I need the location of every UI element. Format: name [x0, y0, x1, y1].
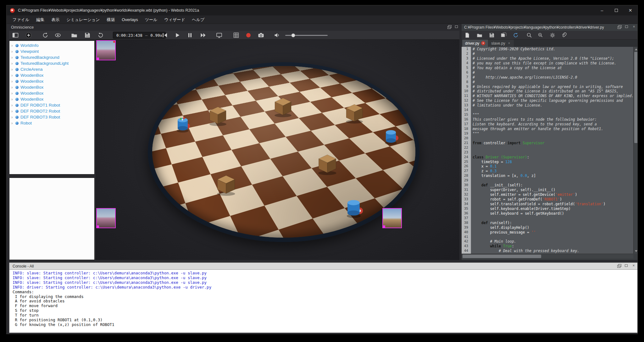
horizontal-scroll-thumb[interactable]: [463, 255, 541, 258]
tab-close-icon[interactable]: ×: [507, 41, 511, 45]
chevron-right-icon[interactable]: ›: [11, 61, 15, 66]
overlay-resize-handle[interactable]: [382, 225, 385, 228]
minimize-button[interactable]: –: [595, 5, 609, 15]
rewind-button[interactable]: [161, 31, 169, 39]
robot-1[interactable]: [175, 114, 191, 133]
new-file-button[interactable]: [464, 32, 471, 39]
restore-viewpoint-button[interactable]: [54, 31, 62, 39]
camera-overlay[interactable]: [382, 208, 402, 228]
float-panel-icon[interactable]: [447, 25, 452, 29]
scene-tree-item[interactable]: ›WoodenBox: [9, 90, 94, 96]
hide-scene-tree-button[interactable]: [12, 31, 19, 39]
close-panel-icon[interactable]: ×: [631, 264, 636, 268]
scene-tree-item[interactable]: ›WoodenBox: [9, 84, 94, 90]
volume-slider-thumb[interactable]: [291, 33, 295, 37]
play-button[interactable]: [174, 31, 181, 39]
menu-item[interactable]: 表示: [48, 15, 63, 24]
float-panel-icon[interactable]: [617, 264, 621, 268]
console-splitter[interactable]: · · ·: [9, 260, 638, 262]
open-file-button[interactable]: [476, 32, 483, 39]
vertical-scroll-thumb[interactable]: [634, 52, 638, 143]
console-output[interactable]: INFO: slave: Starting controller: c:\Use…: [9, 269, 638, 333]
close-button[interactable]: ✕: [623, 5, 637, 15]
scene-tree-item[interactable]: ›WoodenBox: [9, 72, 94, 78]
scene-tree-item[interactable]: ›DEF ROBOT2 Robot: [9, 108, 94, 114]
menu-item[interactable]: ファイル: [9, 15, 33, 24]
scene-tree-item[interactable]: ›Viewpoint: [9, 48, 94, 54]
robot-3[interactable]: [344, 197, 364, 218]
chevron-right-icon[interactable]: ›: [11, 67, 15, 72]
save-file-button[interactable]: [488, 32, 495, 39]
menu-item[interactable]: 構築: [103, 15, 118, 24]
chevron-right-icon[interactable]: ›: [11, 109, 15, 113]
menu-item[interactable]: Overlays: [118, 15, 141, 24]
screenshot-button[interactable]: [257, 31, 265, 39]
left-panel-splitter[interactable]: · · ·: [9, 174, 95, 178]
grid-button[interactable]: [232, 31, 240, 39]
chevron-right-icon[interactable]: ›: [11, 43, 15, 48]
scene-tree-item[interactable]: ›DEF ROBOT1 Robot: [9, 102, 94, 108]
editor-vertical-scrollbar[interactable]: [633, 47, 638, 254]
menu-item[interactable]: ツール: [142, 15, 161, 24]
chevron-right-icon[interactable]: ›: [11, 85, 15, 90]
camera-overlay[interactable]: [96, 40, 116, 60]
scene-tree-item[interactable]: ›Robot: [9, 120, 94, 126]
scene-tree-item[interactable]: ›DEF ROBOT3 Robot: [9, 114, 94, 120]
wooden-box[interactable]: [208, 106, 227, 126]
scene-tree-item[interactable]: ›CircleArena: [9, 66, 94, 72]
chevron-right-icon[interactable]: ›: [11, 97, 15, 102]
chevron-right-icon[interactable]: ›: [11, 79, 15, 84]
add-node-button[interactable]: [25, 31, 32, 39]
float-panel-icon[interactable]: [617, 25, 622, 29]
scene-tree[interactable]: ›WorldInfo›Viewpoint›TexturedBackground›…: [9, 41, 95, 174]
editor-horizontal-scrollbar[interactable]: [462, 254, 633, 258]
scroll-down-icon[interactable]: [635, 250, 637, 252]
chevron-right-icon[interactable]: ›: [11, 55, 15, 60]
scene-tree-item[interactable]: ›WoodenBox: [9, 78, 94, 84]
scene-tree-item[interactable]: ›WorldInfo: [9, 42, 94, 48]
overlay-resize-handle[interactable]: [96, 58, 99, 60]
code-editor[interactable]: 1# Copyright 1996-2020 Cyberbotics Ltd.2…: [462, 47, 633, 254]
chevron-right-icon[interactable]: ›: [11, 121, 15, 125]
camera-overlay[interactable]: [96, 208, 116, 228]
editor-tab[interactable]: slave.py×: [488, 40, 514, 47]
maximize-panel-icon[interactable]: [625, 25, 629, 29]
close-panel-icon[interactable]: ×: [632, 25, 636, 29]
maximize-panel-icon[interactable]: [624, 264, 629, 268]
scene-tree-item[interactable]: ›TexturedBackgroundLight: [9, 60, 94, 66]
chevron-right-icon[interactable]: ›: [11, 103, 15, 108]
wooden-box[interactable]: [345, 103, 364, 124]
chevron-right-icon[interactable]: ›: [11, 73, 15, 78]
maximize-button[interactable]: [609, 5, 623, 15]
overlay-close-icon[interactable]: [113, 41, 115, 43]
attach-file-button[interactable]: [560, 32, 567, 39]
movie-record-button[interactable]: [245, 31, 252, 39]
save-world-button[interactable]: [84, 31, 91, 39]
menu-item[interactable]: ウィザード: [161, 15, 188, 24]
pause-button[interactable]: [186, 31, 194, 39]
tab-close-icon[interactable]: ×: [481, 41, 485, 45]
chevron-right-icon[interactable]: ›: [11, 91, 15, 96]
open-world-button[interactable]: [70, 31, 78, 39]
titlebar[interactable]: C:¥Program Files¥Webots¥projects¥languag…: [7, 5, 637, 15]
scene-tree-item[interactable]: ›TexturedBackground: [9, 54, 94, 60]
scene-tree-item[interactable]: ›WoodenBox: [9, 96, 94, 102]
editor-tab[interactable]: driver.py×: [462, 40, 488, 47]
menu-item[interactable]: 編集: [33, 15, 48, 24]
preferences-gear-button[interactable]: [549, 32, 556, 39]
menu-item[interactable]: シミュレーション: [63, 15, 103, 24]
reset-simulation-button[interactable]: [42, 31, 49, 39]
revert-file-button[interactable]: [512, 32, 519, 39]
chevron-right-icon[interactable]: ›: [11, 49, 15, 54]
wooden-box[interactable]: [216, 174, 236, 196]
chevron-right-icon[interactable]: ›: [11, 115, 15, 119]
menu-item[interactable]: ヘルプ: [188, 15, 208, 24]
wooden-box[interactable]: [317, 153, 337, 175]
fast-forward-button[interactable]: [199, 31, 207, 39]
maximize-panel-icon[interactable]: [454, 25, 459, 29]
robot-2[interactable]: [383, 127, 399, 145]
overlay-resize-handle[interactable]: [96, 225, 99, 228]
3d-viewport[interactable]: [96, 40, 459, 260]
save-all-button[interactable]: [500, 32, 507, 39]
reload-world-button[interactable]: [97, 31, 104, 39]
